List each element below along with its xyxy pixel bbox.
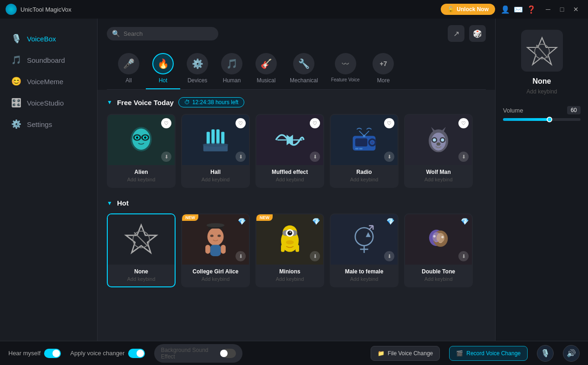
sidebar-item-voicebox[interactable]: 🎙️ VoiceBox — [0, 28, 97, 49]
svg-point-31 — [441, 139, 444, 142]
filter-actions: ↗ 🎲 — [448, 25, 486, 42]
wolfman-download-btn[interactable]: ⬇ — [458, 152, 469, 162]
hot-title: Hot — [117, 199, 129, 207]
card-m2f[interactable]: 💎 ⬇ Male to female Add keybind — [330, 213, 399, 287]
maximize-button[interactable]: □ — [555, 3, 568, 16]
muffled-fav-btn[interactable]: ♡ — [310, 118, 320, 128]
help-icon[interactable]: ❓ — [526, 4, 537, 15]
card-college[interactable]: NEW 💎 ⬇ — [181, 213, 250, 287]
hot-grid: None Add keybind NEW — [107, 213, 486, 287]
sidebar-item-settings[interactable]: ⚙️ Settings — [0, 113, 97, 135]
user-icon[interactable]: 👤 — [500, 4, 511, 15]
double-download-btn[interactable]: ⬇ — [458, 251, 469, 261]
radio-fav-btn[interactable]: ♡ — [384, 118, 394, 128]
mic-button[interactable]: 🎙️ — [537, 345, 554, 362]
card-double[interactable]: 💎 ⬇ Double Tone Add keybind — [404, 213, 473, 287]
tab-more[interactable]: +7 More — [366, 48, 400, 89]
hot-section-header: ▼ Hot — [107, 199, 486, 207]
alien-fav-btn[interactable]: ♡ — [161, 118, 171, 128]
free-voice-header: ▼ Free Voice Today ⏱ 12:24:38 hours left — [107, 97, 486, 107]
file-voice-button[interactable]: 📁 File Voice Change — [371, 346, 440, 361]
none-keybind[interactable]: Add keybind — [108, 276, 175, 282]
hall-fav-btn[interactable]: ♡ — [235, 118, 246, 128]
muffled-download-btn[interactable]: ⬇ — [310, 152, 320, 162]
bg-sound-knob — [220, 350, 228, 357]
college-new-badge: NEW — [182, 214, 198, 221]
volume-slider[interactable] — [503, 118, 581, 121]
tab-devices[interactable]: ⚙️ Devices — [180, 48, 215, 89]
double-keybind[interactable]: Add keybind — [405, 276, 472, 282]
minimize-button[interactable]: ─ — [542, 3, 555, 16]
svg-point-32 — [437, 142, 441, 146]
svg-point-7 — [144, 136, 146, 139]
alien-keybind[interactable]: Add keybind — [108, 177, 175, 182]
hall-keybind[interactable]: Add keybind — [182, 177, 249, 182]
export-button[interactable]: ↗ — [448, 25, 464, 42]
minions-keybind[interactable]: Add keybind — [256, 276, 323, 282]
speaker-button[interactable]: 🔊 — [563, 345, 580, 362]
radio-keybind[interactable]: Add keybind — [331, 177, 398, 182]
college-name: College Girl Alice — [182, 268, 249, 275]
search-input[interactable] — [107, 27, 218, 40]
card-minions[interactable]: NEW — [255, 213, 324, 287]
svg-line-35 — [134, 232, 148, 246]
hall-download-btn[interactable]: ⬇ — [235, 152, 246, 162]
sidebar-item-voicememe[interactable]: 😊 VoiceMeme — [0, 71, 97, 92]
svg-point-30 — [433, 139, 436, 142]
minions-download-btn[interactable]: ⬇ — [310, 251, 320, 261]
svg-rect-22 — [359, 148, 363, 150]
musical-icon: 🎸 — [255, 53, 277, 74]
college-download-btn[interactable]: ⬇ — [235, 251, 246, 261]
card-minions-img: NEW — [256, 214, 323, 265]
card-none[interactable]: None Add keybind — [107, 213, 176, 287]
m2f-keybind[interactable]: Add keybind — [331, 276, 398, 282]
minions-premium: 💎 — [312, 218, 320, 225]
mail-icon[interactable]: ✉️ — [513, 4, 524, 15]
bg-sound-input[interactable]: Background Sound Effect — [154, 344, 242, 363]
tab-all[interactable]: 🎤 All — [111, 48, 146, 89]
filter-bar: 🔍 ↗ 🎲 🎤 All 🔥 Hot ⚙️ — [98, 19, 495, 90]
close-button[interactable]: ✕ — [569, 3, 582, 16]
tab-musical[interactable]: 🎸 Musical — [249, 48, 283, 89]
tab-mechanical[interactable]: 🔧 Mechanical — [283, 48, 325, 89]
card-wolfman[interactable]: ♡ ⬇ Wolf Man Add keybind — [404, 114, 473, 188]
sidebar-item-voicestudio[interactable]: 🎛️ VoiceStudio — [0, 92, 97, 113]
card-alien[interactable]: ♡ ⬇ Alien Add keybind — [107, 114, 176, 188]
alien-download-btn[interactable]: ⬇ — [161, 152, 171, 162]
unlock-button[interactable]: 🔓 Unlock Now — [441, 4, 495, 15]
app-title: UnicTool MagicVox — [20, 6, 441, 13]
bg-sound-label: Background Sound Effect — [161, 347, 214, 360]
bottom-bar: Hear myself Apply voice changer Backgrou… — [0, 341, 588, 365]
timer-icon: ⏱ — [184, 99, 190, 106]
radio-download-btn[interactable]: ⬇ — [384, 152, 394, 162]
tab-human[interactable]: 🎵 Human — [215, 48, 249, 89]
card-hall-img: ♡ ⬇ — [182, 115, 249, 165]
svg-rect-53 — [295, 245, 299, 252]
volume-slider-thumb[interactable] — [547, 117, 552, 122]
free-voice-triangle: ▼ — [107, 99, 112, 106]
college-keybind[interactable]: Add keybind — [182, 276, 249, 282]
card-muffled[interactable]: ♡ ⬇ Muffled effect Add keybind — [255, 114, 324, 188]
wolfman-fav-btn[interactable]: ♡ — [458, 118, 469, 128]
svg-rect-12 — [221, 132, 224, 144]
muffled-keybind[interactable]: Add keybind — [256, 177, 323, 182]
apply-voice-toggle[interactable] — [128, 349, 145, 358]
tab-hot[interactable]: 🔥 Hot — [146, 48, 180, 89]
category-tabs: 🎤 All 🔥 Hot ⚙️ Devices 🎵 Human 🎸 M — [107, 48, 486, 90]
apply-voice-knob — [137, 350, 144, 357]
card-hall[interactable]: ♡ ⬇ Hall Add keybind — [181, 114, 250, 188]
hear-myself-knob — [52, 350, 60, 357]
card-radio[interactable]: ♡ ⬇ Radio Add keybind — [330, 114, 399, 188]
record-voice-button[interactable]: 🎬 Record Voice Change — [449, 346, 528, 361]
svg-marker-26 — [440, 127, 445, 133]
3d-icon-button[interactable]: 🎲 — [469, 25, 486, 42]
sidebar-item-soundboard[interactable]: 🎵 Soundboard — [0, 49, 97, 71]
svg-point-13 — [203, 143, 229, 147]
wolfman-keybind[interactable]: Add keybind — [405, 177, 472, 182]
hear-myself-toggle[interactable] — [44, 349, 61, 358]
m2f-download-btn[interactable]: ⬇ — [384, 251, 394, 261]
lock-icon: 🔓 — [447, 6, 454, 13]
bg-sound-toggle[interactable] — [222, 349, 236, 358]
tab-feature[interactable]: 〰️ Feature Voice — [325, 48, 366, 89]
right-add-keybind[interactable]: Add keybind — [526, 88, 557, 95]
